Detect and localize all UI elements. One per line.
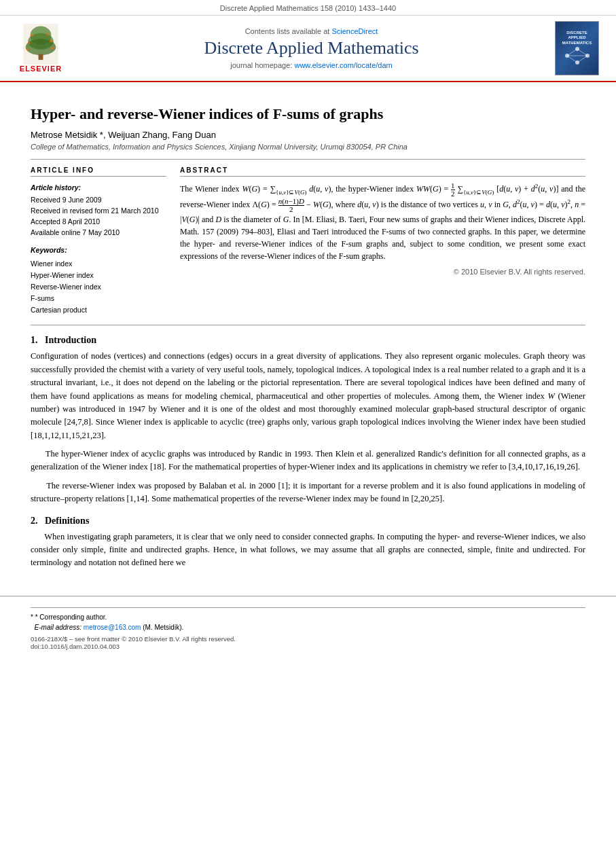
journal-homepage-link[interactable]: www.elsevier.com/locate/dam bbox=[294, 61, 392, 69]
authors: Metrose Metsidik *, Weijuan Zhang, Fang … bbox=[31, 130, 585, 140]
cover-graph-icon bbox=[560, 46, 594, 66]
cover-title: DISCRETEAPPLIEDMATHEMATICS bbox=[562, 31, 592, 46]
intro-paragraph-3: The reverse-Wiener index was proposed by… bbox=[31, 480, 585, 506]
svg-line-17 bbox=[577, 56, 587, 62]
footnote-corresponding: * * Corresponding author. bbox=[31, 612, 585, 622]
separator-after-abstract bbox=[31, 325, 585, 325]
elsevier-tree-icon bbox=[20, 24, 61, 65]
elsevier-logo: ELSEVIER bbox=[14, 24, 68, 73]
license-line: 0166-218X/$ – see front matter © 2010 El… bbox=[31, 635, 585, 643]
svg-line-15 bbox=[567, 49, 577, 56]
email-link[interactable]: metrose@163.com bbox=[84, 624, 143, 631]
abstract-heading: ABSTRACT bbox=[180, 166, 585, 177]
svg-point-10 bbox=[51, 47, 53, 49]
svg-line-16 bbox=[577, 49, 587, 56]
svg-point-9 bbox=[26, 48, 29, 50]
revised-date: Received in revised form 21 March 2010 bbox=[31, 206, 166, 217]
svg-point-8 bbox=[50, 40, 52, 42]
journal-cover-box: DISCRETEAPPLIEDMATHEMATICS bbox=[555, 21, 599, 75]
online-date: Available online 7 May 2010 bbox=[31, 228, 166, 238]
footer: * * Corresponding author. E-mail address… bbox=[0, 596, 616, 657]
journal-homepage-line: journal homepage: www.elsevier.com/locat… bbox=[75, 61, 548, 69]
history-label: Article history: bbox=[31, 182, 166, 194]
section-intro-title: 1. Introduction bbox=[31, 335, 585, 346]
svg-line-18 bbox=[567, 56, 577, 62]
section-introduction: 1. Introduction Configuration of nodes (… bbox=[31, 335, 585, 505]
abstract-column: ABSTRACT The Wiener index W(G) = ∑{u,v}⊆… bbox=[180, 166, 585, 316]
article-info-column: ARTICLE INFO Article history: Received 9… bbox=[31, 166, 166, 316]
sciencedirect-link[interactable]: ScienceDirect bbox=[331, 27, 378, 35]
journal-title-header: Discrete Applied Mathematics bbox=[75, 38, 548, 58]
intro-paragraph-1: Configuration of nodes (vertices) and co… bbox=[31, 350, 585, 442]
keyword-4: F-sums bbox=[31, 293, 166, 304]
keyword-2: Hyper-Wiener index bbox=[31, 270, 166, 281]
keyword-5: Cartesian product bbox=[31, 304, 166, 316]
svg-point-6 bbox=[47, 33, 49, 35]
elsevier-label: ELSEVIER bbox=[20, 65, 62, 73]
article-info-heading: ARTICLE INFO bbox=[31, 166, 166, 177]
paper-title: Hyper- and reverse-Wiener indices of F-s… bbox=[31, 105, 585, 124]
svg-point-5 bbox=[31, 34, 33, 36]
sciencedirect-line: Contents lists available at ScienceDirec… bbox=[75, 27, 548, 35]
section-defs-title: 2. Definitions bbox=[31, 516, 585, 526]
article-history: Article history: Received 9 June 2009 Re… bbox=[31, 182, 166, 238]
keywords-section: Keywords: Wiener index Hyper-Wiener inde… bbox=[31, 245, 166, 315]
header-center: Contents lists available at ScienceDirec… bbox=[75, 27, 548, 69]
footer-separator bbox=[31, 607, 585, 608]
svg-point-7 bbox=[28, 42, 30, 44]
section-definitions: 2. Definitions When investigating graph … bbox=[31, 516, 585, 570]
abstract-text: The Wiener index W(G) = ∑{u,v}⊆V(G) d(u,… bbox=[180, 182, 585, 262]
received-date: Received 9 June 2009 bbox=[31, 195, 166, 206]
svg-rect-4 bbox=[39, 54, 43, 60]
affiliation: College of Mathematics, Information and … bbox=[31, 143, 585, 151]
two-col-section: ARTICLE INFO Article history: Received 9… bbox=[31, 166, 585, 316]
star-symbol: * bbox=[31, 613, 33, 621]
keyword-1: Wiener index bbox=[31, 258, 166, 270]
separator-after-authors bbox=[31, 159, 585, 160]
defs-paragraph-1: When investigating graph parameters, it … bbox=[31, 531, 585, 570]
footnote-email: E-mail address: metrose@163.com (M. Mets… bbox=[31, 622, 585, 632]
copyright-line: © 2010 Elsevier B.V. All rights reserved… bbox=[180, 268, 585, 276]
keyword-3: Reverse-Wiener index bbox=[31, 281, 166, 293]
journal-cover: DISCRETEAPPLIEDMATHEMATICS bbox=[555, 21, 602, 75]
journal-header: ELSEVIER Contents lists available at Sci… bbox=[0, 16, 616, 82]
main-content: Hyper- and reverse-Wiener indices of F-s… bbox=[0, 82, 616, 589]
intro-paragraph-2: The hyper-Wiener index of acyclic graphs… bbox=[31, 448, 585, 474]
keywords-label: Keywords: bbox=[31, 246, 67, 254]
page: Discrete Applied Mathematics 158 (2010) … bbox=[0, 0, 616, 841]
accepted-date: Accepted 8 April 2010 bbox=[31, 217, 166, 228]
doi-line: doi:10.1016/j.dam.2010.04.003 bbox=[31, 643, 585, 650]
journal-top-bar: Discrete Applied Mathematics 158 (2010) … bbox=[0, 0, 616, 16]
journal-citation: Discrete Applied Mathematics 158 (2010) … bbox=[220, 4, 396, 12]
